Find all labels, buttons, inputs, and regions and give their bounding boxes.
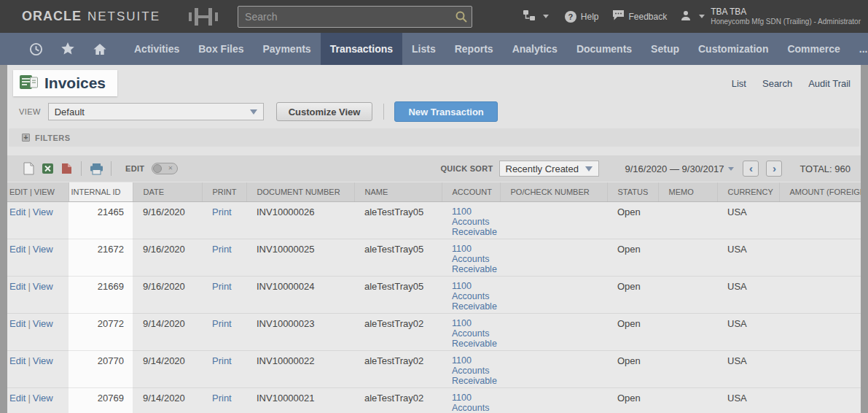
print-link[interactable]: Print <box>212 206 232 217</box>
nav-item-documents[interactable]: Documents <box>567 33 641 65</box>
column-header-memo[interactable]: MEMO <box>658 182 717 201</box>
netsuite-logo[interactable]: ORACLE NETSUITE <box>22 9 160 24</box>
account-link[interactable]: 1100 Accounts Receivable <box>452 355 500 386</box>
nav-item-box-files[interactable]: Box Files <box>189 33 253 65</box>
nav-item-more[interactable]: ... <box>850 33 868 65</box>
currency-cell: USA <box>717 313 779 350</box>
page-header: Invoices ListSearchAudit Trail <box>13 70 856 96</box>
search-icon[interactable] <box>455 11 467 26</box>
nav-item-payments[interactable]: Payments <box>254 33 321 65</box>
column-header-status[interactable]: STATUS <box>607 182 658 201</box>
column-header-po-check-number[interactable]: PO/CHECK NUMBER <box>500 182 607 201</box>
edit-link[interactable]: Edit <box>9 318 26 329</box>
view-link[interactable]: View <box>33 393 53 404</box>
help-button[interactable]: ? Help <box>565 11 599 23</box>
inline-edit-toggle[interactable]: ✕ <box>152 163 178 174</box>
export-excel-icon[interactable] <box>38 163 57 174</box>
column-header-print[interactable]: PRINT <box>202 182 246 201</box>
new-record-page-icon[interactable] <box>19 162 38 175</box>
chevron-down-icon <box>585 166 593 171</box>
feedback-button[interactable]: Feedback <box>612 9 668 24</box>
account-link[interactable]: 1100 Accounts Receivable <box>452 281 500 312</box>
print-link[interactable]: Print <box>212 393 232 404</box>
currency-cell: USA <box>717 350 779 387</box>
print-link[interactable]: Print <box>212 244 232 255</box>
print-link[interactable]: Print <box>212 355 232 366</box>
nav-item-analytics[interactable]: Analytics <box>503 33 567 65</box>
print-link[interactable]: Print <box>212 318 232 329</box>
nav-item-setup[interactable]: Setup <box>641 33 689 65</box>
column-header-date[interactable]: DATE <box>133 182 202 201</box>
view-select[interactable]: Default <box>48 103 264 120</box>
customize-view-button[interactable]: Customize View <box>276 102 373 121</box>
divider <box>383 104 384 120</box>
page-title-chip: Invoices <box>13 70 117 96</box>
view-link[interactable]: View <box>33 281 53 292</box>
list-toolbar: EDIT ✕ QUICK SORT Recently Created 9/16/… <box>7 155 861 182</box>
table-row: Edit|View207729/14/2020PrintINV10000023a… <box>7 313 861 350</box>
column-header-edit-view[interactable]: EDIT | VIEW <box>7 182 69 201</box>
column-header-currency[interactable]: CURRENCY <box>717 182 779 201</box>
home-icon[interactable] <box>85 33 114 65</box>
name-cell: aleTestTray02 <box>354 313 442 350</box>
view-label: VIEW <box>19 107 41 116</box>
recent-records-clock-icon[interactable] <box>22 33 50 65</box>
date-range-selector[interactable]: 9/16/2020 — 9/30/2017 <box>625 163 735 174</box>
view-link[interactable]: View <box>33 206 53 217</box>
help-label: Help <box>581 12 599 22</box>
help-icon: ? <box>565 11 576 23</box>
view-link[interactable]: View <box>33 355 53 366</box>
user-menu[interactable] <box>680 9 705 24</box>
nav-item-lists[interactable]: Lists <box>402 33 445 65</box>
header-link-list[interactable]: List <box>732 78 746 89</box>
edit-link[interactable]: Edit <box>9 244 26 255</box>
print-icon[interactable] <box>87 163 106 175</box>
account-link[interactable]: 1100 Accounts Receivable <box>452 206 500 237</box>
nav-item-commerce[interactable]: Commerce <box>778 33 849 65</box>
shortcuts-star-icon[interactable] <box>53 33 82 65</box>
account-link[interactable]: 1100 Accounts Receivable <box>452 244 500 274</box>
view-link[interactable]: View <box>33 244 53 255</box>
document-number-cell: INV10000022 <box>246 350 354 387</box>
nav-item-reports[interactable]: Reports <box>445 33 503 65</box>
quick-sort-select[interactable]: Recently Created <box>499 161 599 177</box>
column-header-amount-foreign[interactable]: AMOUNT (FOREIGN <box>779 182 861 201</box>
prev-page-button[interactable]: ‹ <box>743 161 759 177</box>
internal-id-cell: 20769 <box>69 387 133 413</box>
quick-sort-label: QUICK SORT <box>440 164 493 173</box>
date-cell: 9/14/2020 <box>133 350 202 387</box>
nav-item-transactions[interactable]: Transactions <box>321 33 402 65</box>
header-link-search[interactable]: Search <box>762 78 792 89</box>
account-link[interactable]: 1100 Accounts Receivable <box>452 318 500 349</box>
account-cell: 1100 Accounts Receivable <box>442 239 500 276</box>
status-cell: Open <box>607 387 658 413</box>
account-link[interactable]: 1100 Accounts Receivable <box>452 393 500 413</box>
amount-cell <box>779 201 861 239</box>
nav-item-customization[interactable]: Customization <box>689 33 778 65</box>
nav-item-activities[interactable]: Activities <box>125 33 189 65</box>
next-page-button[interactable]: › <box>766 161 782 177</box>
column-header-document-number[interactable]: DOCUMENT NUMBER <box>246 182 354 201</box>
account-cell: 1100 Accounts Receivable <box>442 350 500 387</box>
column-header-account[interactable]: ACCOUNT <box>442 182 500 201</box>
status-cell: Open <box>607 313 658 350</box>
print-link[interactable]: Print <box>212 281 232 292</box>
edit-link[interactable]: Edit <box>9 281 26 292</box>
po-check-number-cell <box>500 201 607 239</box>
export-pdf-icon[interactable] <box>57 163 76 174</box>
column-header-name[interactable]: NAME <box>354 182 442 201</box>
header-link-audit-trail[interactable]: Audit Trail <box>808 78 851 89</box>
edit-link[interactable]: Edit <box>9 393 26 404</box>
filters-bar[interactable]: + FILTERS <box>9 128 859 147</box>
edit-link[interactable]: Edit <box>9 355 26 366</box>
memo-cell <box>658 201 717 239</box>
new-transaction-button[interactable]: New Transaction <box>394 101 497 122</box>
roles-menu[interactable] <box>523 9 549 24</box>
po-check-number-cell <box>500 276 607 313</box>
currency-cell: USA <box>717 387 779 413</box>
view-link[interactable]: View <box>33 318 53 329</box>
edit-link[interactable]: Edit <box>9 206 26 217</box>
search-input[interactable] <box>238 6 472 28</box>
memo-cell <box>658 276 717 313</box>
column-header-internal-id[interactable]: INTERNAL ID <box>69 182 133 201</box>
